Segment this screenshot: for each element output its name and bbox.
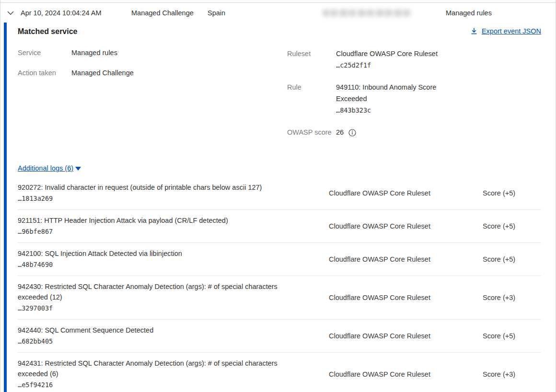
caret-down-icon: [75, 167, 81, 171]
rule-name: 949110: Inbound Anomaly Score Exceeded: [336, 83, 436, 103]
log-ruleset: Cloudflare OWASP Core Ruleset: [329, 222, 483, 230]
event-service: Managed rules: [446, 9, 492, 17]
owasp-score-label: OWASP score: [287, 127, 336, 138]
event-summary-row[interactable]: Apr 10, 2024 10:04:24 AM Managed Challen…: [0, 2, 556, 23]
log-ruleset: Cloudflare OWASP Core Ruleset: [329, 255, 483, 263]
log-rule-title: 942440: SQL Comment Sequence Detected: [18, 325, 305, 335]
export-event-json-link[interactable]: Export event JSON: [470, 27, 541, 35]
log-score: Score (+5): [483, 332, 541, 340]
owasp-score-value: 26: [336, 127, 344, 138]
event-datetime: Apr 10, 2024 10:04:24 AM: [21, 9, 102, 17]
rule-value: 949110: Inbound Anomaly Score Exceeded ……: [336, 81, 452, 116]
log-row: 921151: HTTP Header Injection Attack via…: [18, 210, 541, 243]
rule-field: Rule 949110: Inbound Anomaly Score Excee…: [287, 81, 512, 116]
ruleset-label: Ruleset: [287, 48, 336, 71]
log-score: Score (+5): [483, 255, 541, 263]
log-rule-hash: …e5f94216: [18, 379, 310, 391]
additional-logs-toggle[interactable]: Additional logs (6): [18, 164, 81, 172]
event-country: Spain: [208, 9, 225, 17]
log-ruleset: Cloudflare OWASP Core Ruleset: [329, 332, 483, 340]
rule-hash: …843b323c: [336, 104, 452, 116]
log-ruleset: Cloudflare OWASP Core Ruleset: [329, 370, 483, 378]
ruleset-hash: …c25d2f1f: [336, 59, 452, 71]
log-score: Score (+3): [483, 294, 541, 301]
download-icon: [470, 27, 478, 35]
log-rule-hash: …682bb405: [18, 335, 310, 347]
info-icon[interactable]: [348, 128, 356, 136]
event-action: Managed Challenge: [131, 9, 194, 17]
additional-logs-list: 920272: Invalid character in request (ou…: [18, 177, 541, 392]
security-event-expanded-row: Apr 10, 2024 10:04:24 AM Managed Challen…: [0, 0, 556, 392]
matched-service-details: Service Managed rules Action taken Manag…: [18, 48, 541, 149]
log-score: Score (+5): [483, 222, 541, 230]
ruleset-value: Cloudflare OWASP Core Ruleset …c25d2f1f: [336, 48, 452, 71]
event-redacted-host: [323, 9, 412, 16]
panel-title: Matched service: [18, 27, 78, 36]
additional-logs-label: Additional logs (6): [18, 164, 73, 172]
log-rule-hash: …48b74690: [18, 259, 310, 270]
action-taken-field: Action taken Managed Challenge: [18, 68, 287, 78]
action-taken-label: Action taken: [18, 68, 71, 78]
log-rule-title: 920272: Invalid character in request (ou…: [18, 182, 305, 193]
service-field: Service Managed rules: [18, 48, 287, 58]
log-score: Score (+5): [483, 189, 541, 197]
log-ruleset: Cloudflare OWASP Core Ruleset: [329, 294, 483, 301]
log-rule-hash: …96bfe867: [18, 226, 310, 237]
log-row: 920272: Invalid character in request (ou…: [18, 177, 541, 210]
log-rule-title: 942431: Restricted SQL Character Anomaly…: [18, 358, 305, 379]
export-event-json-label: Export event JSON: [482, 27, 541, 35]
owasp-score-field: OWASP score 26: [287, 127, 512, 138]
chevron-down-icon[interactable]: [7, 9, 14, 17]
ruleset-name: Cloudflare OWASP Core Ruleset: [336, 50, 438, 58]
action-taken-value: Managed Challenge: [71, 68, 134, 78]
log-rule-hash: …3297003f: [18, 302, 310, 314]
log-rule-title: 921151: HTTP Header Injection Attack via…: [18, 215, 305, 226]
log-row: 942431: Restricted SQL Character Anomaly…: [18, 353, 541, 392]
log-score: Score (+3): [483, 370, 541, 378]
log-rule-title: 942100: SQL Injection Attack Detected vi…: [18, 248, 305, 259]
log-rule-hash: …1813a269: [18, 193, 310, 204]
log-ruleset: Cloudflare OWASP Core Ruleset: [329, 189, 483, 197]
service-value: Managed rules: [71, 48, 117, 58]
log-row: 942100: SQL Injection Attack Detected vi…: [18, 243, 541, 276]
service-label: Service: [18, 48, 71, 58]
log-rule-title: 942430: Restricted SQL Character Anomaly…: [18, 281, 305, 302]
ruleset-field: Ruleset Cloudflare OWASP Core Ruleset …c…: [287, 48, 512, 71]
log-row: 942440: SQL Comment Sequence Detected …6…: [18, 320, 541, 353]
log-row: 942430: Restricted SQL Character Anomaly…: [18, 276, 541, 320]
owasp-score-value-wrap: 26: [336, 127, 452, 138]
rule-label: Rule: [287, 81, 336, 116]
event-detail-panel: Matched service Export event JSON Servic…: [4, 23, 556, 392]
